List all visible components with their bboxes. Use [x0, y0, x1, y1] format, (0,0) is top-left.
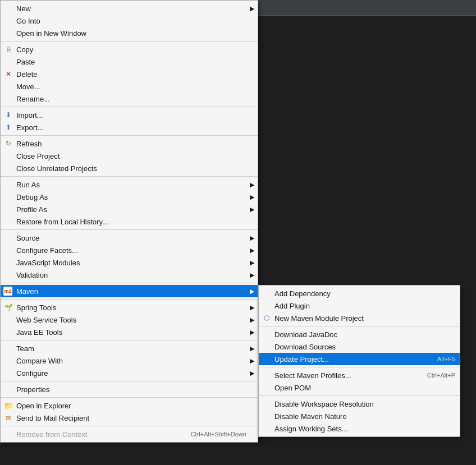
- menu-maven[interactable]: m2 Maven ▶: [1, 285, 258, 297]
- separator-7: [1, 299, 258, 300]
- menu-configure[interactable]: Configure ▶: [1, 367, 258, 379]
- separator-8: [1, 340, 258, 340]
- menu-open-explorer[interactable]: 📁 Open in Explorer: [1, 399, 258, 412]
- separator-9: [1, 381, 258, 381]
- maven-sep-2: [259, 367, 460, 367]
- separator-6: [1, 283, 258, 283]
- maven-assign-working-sets[interactable]: Assign Working Sets...: [259, 422, 460, 435]
- menu-new[interactable]: ▶ New: [1, 2, 258, 15]
- arrow-icon: ▶: [250, 271, 254, 279]
- separator-4: [1, 176, 258, 177]
- maven-submenu: Add Dependency Add Plugin ⬡ New Maven Mo…: [258, 285, 460, 437]
- arrow-icon: ▶: [250, 234, 254, 242]
- menu-run-as[interactable]: Run As ▶: [1, 178, 258, 191]
- separator-2: [1, 107, 258, 107]
- menu-source[interactable]: Source ▶: [1, 232, 258, 244]
- menu-restore-history[interactable]: Restore from Local History...: [1, 215, 258, 228]
- menu-export[interactable]: ⬆ Export...: [1, 121, 258, 133]
- send-mail-icon: ✉: [4, 413, 13, 422]
- menu-send-mail[interactable]: ✉ Send to Mail Recipient: [1, 412, 258, 424]
- menu-copy[interactable]: ⎘ Copy: [1, 43, 258, 56]
- menu-remove-context[interactable]: Remove from Context Ctrl+Alt+Shift+Down: [1, 428, 258, 440]
- delete-icon: ✕: [4, 70, 13, 79]
- arrow-icon: ▶: [250, 259, 254, 266]
- menu-properties[interactable]: Properties: [1, 383, 258, 395]
- maven-update-project[interactable]: ↻ Update Project... Alt+F5: [259, 353, 460, 365]
- menu-refresh[interactable]: ↻ Refresh: [1, 137, 258, 150]
- maven-new-module[interactable]: ⬡ New Maven Module Project: [259, 312, 460, 324]
- maven-disable-nature[interactable]: Disable Maven Nature: [259, 410, 460, 422]
- separator-10: [1, 397, 258, 398]
- menu-close-unrelated[interactable]: Close Unrelated Projects: [1, 162, 258, 174]
- update-icon: ↻: [262, 354, 271, 363]
- copy-icon: ⎘: [4, 45, 13, 54]
- menu-import[interactable]: ⬇ Import...: [1, 109, 258, 121]
- shortcut-label: Ctrl+Alt+P: [427, 372, 455, 379]
- separator-11: [1, 426, 258, 426]
- menu-move[interactable]: Move...: [1, 80, 258, 93]
- menu-profile-as[interactable]: Profile As ▶: [1, 203, 258, 215]
- maven-sep-1: [259, 326, 460, 326]
- arrow-icon: ▶: [250, 316, 254, 324]
- arrow-icon: ▶: [250, 329, 254, 336]
- arrow-icon: ▶: [250, 357, 254, 365]
- arrow-icon: ▶: [250, 370, 254, 377]
- maven-add-dependency[interactable]: Add Dependency: [259, 287, 460, 300]
- menu-web-service-tools[interactable]: Web Service Tools ▶: [1, 314, 258, 326]
- shortcut-label: Ctrl+Alt+Shift+Down: [191, 431, 246, 438]
- menu-rename[interactable]: Rename...: [1, 93, 258, 105]
- menu-debug-as[interactable]: Debug As ▶: [1, 191, 258, 203]
- maven-disable-workspace[interactable]: Disable Workspace Resolution: [259, 398, 460, 410]
- refresh-icon: ↻: [4, 139, 13, 148]
- open-explorer-icon: 📁: [4, 401, 13, 410]
- new-maven-icon: ⬡: [262, 314, 271, 323]
- menu-close-project[interactable]: Close Project: [1, 150, 258, 162]
- menu-spring-tools[interactable]: 🌱 Spring Tools ▶: [1, 301, 258, 314]
- arrow-icon: ▶: [250, 304, 254, 311]
- maven-open-pom[interactable]: Open POM: [259, 381, 460, 394]
- maven-sep-3: [259, 395, 460, 396]
- menu-open-new-window[interactable]: Open in New Window: [1, 27, 258, 39]
- maven-add-plugin[interactable]: Add Plugin: [259, 300, 460, 312]
- arrow-icon: ▶: [250, 194, 254, 201]
- menu-java-ee-tools[interactable]: Java EE Tools ▶: [1, 326, 258, 338]
- arrow-icon: ▶: [250, 288, 254, 295]
- context-menu-left: ▶ New Go Into Open in New Window ⎘ Copy …: [0, 0, 258, 443]
- menu-paste[interactable]: Paste: [1, 56, 258, 68]
- menu-delete[interactable]: ✕ Delete: [1, 68, 258, 80]
- separator-3: [1, 135, 258, 136]
- maven-download-javadoc[interactable]: Download JavaDoc: [259, 328, 460, 340]
- menu-validation[interactable]: Validation ▶: [1, 269, 258, 281]
- arrow-icon: ▶: [250, 345, 254, 352]
- maven-icon: m2: [3, 287, 12, 296]
- menu-compare-with[interactable]: Compare With ▶: [1, 354, 258, 367]
- export-icon: ⬆: [4, 123, 13, 132]
- separator-5: [1, 229, 258, 230]
- spring-icon: 🌱: [4, 303, 13, 312]
- menu-js-modules[interactable]: JavaScript Modules ▶: [1, 256, 258, 269]
- arrow-icon: ▶: [250, 5, 254, 12]
- menu-configure-facets[interactable]: Configure Facets... ▶: [1, 244, 258, 256]
- arrow-icon: ▶: [250, 247, 254, 254]
- separator-1: [1, 41, 258, 42]
- menu-team[interactable]: Team ▶: [1, 342, 258, 354]
- shortcut-label: Alt+F5: [437, 356, 455, 362]
- maven-download-sources[interactable]: Download Sources: [259, 340, 460, 353]
- menu-go-into[interactable]: Go Into: [1, 15, 258, 27]
- import-icon: ⬇: [4, 111, 13, 119]
- maven-select-profiles[interactable]: Select Maven Profiles... Ctrl+Alt+P: [259, 369, 460, 381]
- arrow-icon: ▶: [250, 206, 254, 213]
- arrow-icon: ▶: [250, 181, 254, 188]
